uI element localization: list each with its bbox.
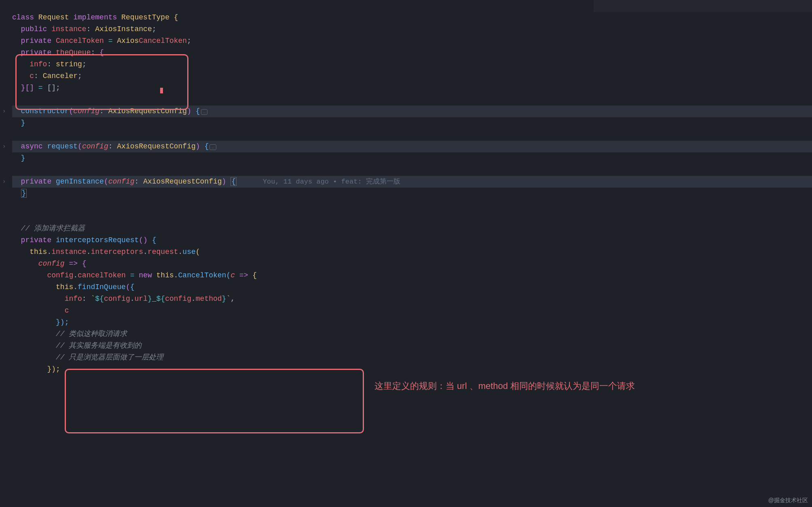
- code-line[interactable]: c: Canceler;: [12, 70, 812, 82]
- type: string: [56, 60, 82, 68]
- code-line[interactable]: public instance: AxiosInstance;: [12, 23, 812, 35]
- function-name: interceptorsRequest: [56, 236, 139, 244]
- code-line[interactable]: c: [12, 305, 812, 317]
- close-braces: });: [47, 365, 60, 373]
- code-line[interactable]: private theQueue: {: [12, 47, 812, 59]
- blame-header-line: [12, 0, 812, 12]
- this-keyword: this: [156, 271, 174, 279]
- code-line[interactable]: this.instance.interceptors.request.use(: [12, 246, 812, 258]
- scrollbar-vertical[interactable]: [806, 0, 812, 507]
- function-name: genInstance: [56, 177, 104, 186]
- this-keyword: this: [56, 283, 73, 291]
- code-line[interactable]: }[] = [];: [12, 82, 812, 94]
- keyword: async: [21, 142, 43, 150]
- function-name: request: [47, 142, 78, 150]
- constructor: CancelToken: [178, 271, 226, 279]
- modifier: private: [21, 236, 52, 244]
- code-line[interactable]: });: [12, 363, 812, 375]
- object: config: [47, 271, 73, 279]
- interface-name: RequestType: [121, 13, 169, 21]
- object: Axios: [117, 37, 139, 45]
- watermark-text: @掘金技术社区: [768, 496, 808, 505]
- modifier: private: [21, 49, 52, 57]
- keyword: new: [139, 271, 152, 279]
- parameter: c: [230, 271, 235, 279]
- matched-brace: }: [21, 189, 27, 198]
- modifier: private: [21, 37, 52, 45]
- arrow: =>: [239, 271, 248, 279]
- comment: // 其实服务端是有收到的: [56, 342, 142, 350]
- code-editor[interactable]: class Request implements RequestType { p…: [0, 0, 812, 375]
- property: instance: [51, 25, 86, 33]
- property: c: [30, 72, 34, 80]
- matched-brace: {: [230, 177, 237, 186]
- blank-line[interactable]: [12, 129, 812, 141]
- code-line[interactable]: }: [12, 152, 812, 164]
- code-line[interactable]: // 只是浏览器层面做了一层处理: [12, 352, 812, 363]
- modifier: public: [21, 25, 47, 33]
- comment: // 添加请求拦截器: [21, 224, 85, 232]
- parameter: config: [82, 142, 108, 150]
- fold-chevron-icon[interactable]: ›: [2, 141, 6, 152]
- this-keyword: this: [30, 248, 47, 256]
- code-line[interactable]: private CancelToken = AxiosCancelToken;: [12, 35, 812, 47]
- code-line[interactable]: // 其实服务端是有收到的: [12, 340, 812, 352]
- member: CancelToken: [139, 37, 187, 45]
- annotation-text: 这里定义的规则：当 url 、method 相同的时候就认为是同一个请求: [374, 379, 635, 393]
- code-line-folded[interactable]: › constructor(config: AxiosRequestConfig…: [12, 106, 812, 117]
- brace: {: [99, 49, 104, 57]
- blank-line[interactable]: [12, 164, 812, 176]
- code-line-current[interactable]: › private genInstance(config: AxiosReque…: [12, 176, 812, 188]
- template-literal: `: [91, 295, 95, 303]
- blank-line[interactable]: [12, 199, 812, 211]
- property: CancelToken: [56, 37, 104, 45]
- code-line[interactable]: config => {: [12, 258, 812, 270]
- brace-array: }[]: [21, 84, 34, 92]
- function-name: constructor: [21, 107, 69, 115]
- brace: }: [21, 119, 25, 127]
- type: AxiosRequestConfig: [143, 177, 222, 186]
- type: AxiosRequestConfig: [117, 142, 195, 150]
- code-line[interactable]: this.findInQueue({: [12, 281, 812, 293]
- code-line[interactable]: class Request implements RequestType {: [12, 12, 812, 23]
- modifier: private: [21, 177, 52, 186]
- code-line[interactable]: config.cancelToken = new this.CancelToke…: [12, 270, 812, 281]
- method: findInQueue: [78, 283, 126, 291]
- property: theQueue: [56, 49, 91, 57]
- type: Canceler: [43, 72, 78, 80]
- fold-ellipsis-icon[interactable]: …: [209, 144, 216, 150]
- code-line[interactable]: });: [12, 317, 812, 328]
- method: use: [182, 248, 195, 256]
- keyword: implements: [73, 13, 117, 21]
- property: info: [30, 60, 47, 68]
- blank-line[interactable]: [12, 94, 812, 106]
- code-line[interactable]: info: string;: [12, 59, 812, 70]
- code-line[interactable]: info: `${config.url}_${config.method}`,: [12, 293, 812, 305]
- blank-line[interactable]: [12, 211, 812, 223]
- brace: }: [21, 154, 25, 162]
- parameter: config: [73, 107, 99, 115]
- gitlens-blame-annotation: You, 11 days ago • feat: 完成第一版: [263, 178, 400, 186]
- fold-chevron-icon[interactable]: ›: [2, 106, 6, 117]
- code-line[interactable]: }: [12, 188, 812, 199]
- type: AxiosRequestConfig: [108, 107, 187, 115]
- keyword: class: [12, 13, 34, 21]
- property-shorthand: c: [65, 306, 69, 315]
- fold-chevron-icon[interactable]: ›: [2, 176, 6, 188]
- class-name: Request: [38, 13, 69, 21]
- type: AxiosInstance: [95, 25, 152, 33]
- code-line[interactable]: // 添加请求拦截器: [12, 223, 812, 234]
- arrow: =>: [69, 260, 78, 268]
- code-line-folded[interactable]: › async request(config: AxiosRequestConf…: [12, 141, 812, 152]
- parameter: config: [108, 177, 135, 186]
- parameter: config: [38, 260, 65, 268]
- code-line[interactable]: // 类似这种取消请求: [12, 328, 812, 340]
- close-braces: });: [56, 318, 69, 326]
- comment: // 只是浏览器层面做了一层处理: [56, 353, 163, 361]
- comment: // 类似这种取消请求: [56, 330, 127, 338]
- fold-ellipsis-icon[interactable]: …: [201, 109, 208, 115]
- brace: {: [174, 13, 178, 21]
- code-line[interactable]: private interceptorsRequest() {: [12, 234, 812, 246]
- code-line[interactable]: }: [12, 117, 812, 129]
- highlight-box-findinqueue: [65, 369, 364, 433]
